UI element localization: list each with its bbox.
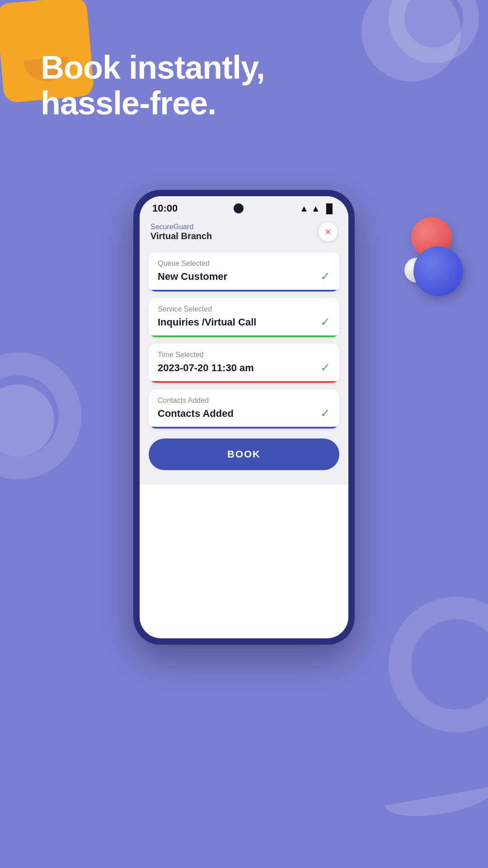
contacts-check-icon: ✓ bbox=[320, 406, 330, 420]
hero-line1: Book instantly, bbox=[41, 50, 265, 85]
phone-bottom-space bbox=[140, 485, 348, 638]
bg-arc-bottom-right bbox=[389, 597, 488, 732]
content-area: Queue Selected New Customer ✓ Service Se… bbox=[140, 249, 348, 485]
queue-check-icon: ✓ bbox=[320, 269, 330, 283]
queue-border bbox=[149, 290, 339, 292]
app-header: SecureGuard Virtual Branch × bbox=[140, 218, 348, 249]
app-subtitle: Virtual Branch bbox=[150, 231, 212, 241]
time-row: 2023-07-20 11:30 am ✓ bbox=[158, 361, 330, 381]
bg-circle-top-right bbox=[361, 0, 461, 81]
book-button[interactable]: BOOK bbox=[149, 439, 339, 470]
decorative-ball-blue bbox=[413, 246, 463, 296]
status-time: 10:00 bbox=[152, 203, 178, 214]
front-camera bbox=[234, 203, 244, 213]
signal-icon: ▲ bbox=[311, 203, 320, 214]
contacts-row: Contacts Added ✓ bbox=[158, 406, 330, 427]
bg-arc-top-right bbox=[389, 0, 479, 63]
hero-text: Book instantly, hassle-free. bbox=[41, 50, 265, 121]
service-label: Service Selected bbox=[158, 305, 330, 313]
service-value: Inquiries /Virtual Call bbox=[158, 316, 256, 328]
service-row: Inquiries /Virtual Call ✓ bbox=[158, 315, 330, 335]
close-icon: × bbox=[325, 226, 331, 237]
time-check-icon: ✓ bbox=[320, 361, 330, 375]
contacts-border bbox=[149, 427, 339, 429]
bg-wavy-right bbox=[382, 768, 488, 823]
queue-label: Queue Selected bbox=[158, 259, 330, 268]
phone-screen: 10:00 ▲ ▲ ▐▌ SecureGuard Virtual Branch … bbox=[140, 196, 348, 638]
bg-circle-left-solid bbox=[0, 384, 54, 457]
contacts-value: Contacts Added bbox=[158, 408, 234, 420]
queue-card[interactable]: Queue Selected New Customer ✓ bbox=[149, 252, 339, 292]
status-bar: 10:00 ▲ ▲ ▐▌ bbox=[140, 196, 348, 218]
contacts-label: Contacts Added bbox=[158, 396, 330, 405]
phone-mockup: 10:00 ▲ ▲ ▐▌ SecureGuard Virtual Branch … bbox=[133, 190, 355, 645]
contacts-card[interactable]: Contacts Added Contacts Added ✓ bbox=[149, 389, 339, 429]
service-card[interactable]: Service Selected Inquiries /Virtual Call… bbox=[149, 298, 339, 337]
hero-line2: hassle-free. bbox=[41, 85, 265, 121]
time-value: 2023-07-20 11:30 am bbox=[158, 362, 254, 374]
status-icons: ▲ ▲ ▐▌ bbox=[300, 203, 336, 214]
app-name: SecureGuard bbox=[150, 223, 212, 231]
queue-value: New Customer bbox=[158, 271, 227, 283]
service-border bbox=[149, 335, 339, 337]
phone-frame: 10:00 ▲ ▲ ▐▌ SecureGuard Virtual Branch … bbox=[133, 190, 355, 645]
close-button[interactable]: × bbox=[319, 222, 338, 241]
service-check-icon: ✓ bbox=[320, 315, 330, 329]
queue-row: New Customer ✓ bbox=[158, 269, 330, 290]
app-title-block: SecureGuard Virtual Branch bbox=[150, 223, 212, 241]
time-label: Time Selected bbox=[158, 351, 330, 359]
wifi-icon: ▲ bbox=[300, 203, 309, 214]
battery-icon: ▐▌ bbox=[323, 203, 336, 214]
time-border bbox=[149, 381, 339, 383]
time-card[interactable]: Time Selected 2023-07-20 11:30 am ✓ bbox=[149, 344, 339, 383]
bg-circle-left-ring bbox=[0, 353, 81, 479]
